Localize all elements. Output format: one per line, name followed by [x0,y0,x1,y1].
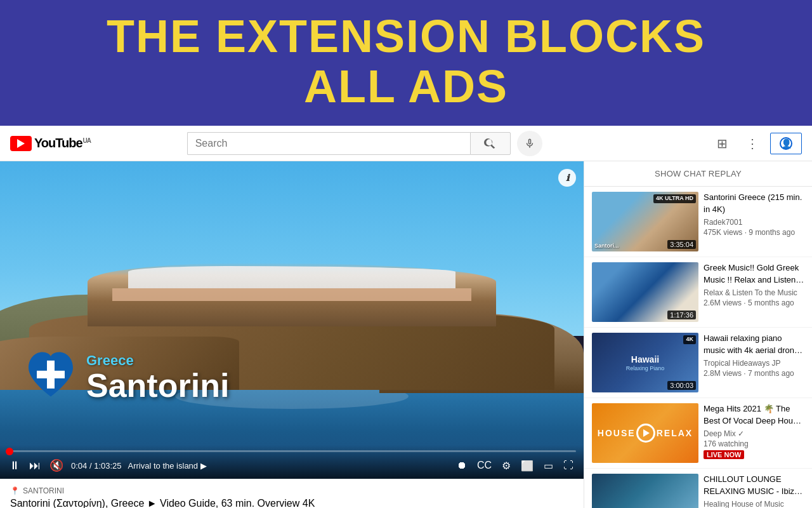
video-area: ℹ Greece Santorini [0,161,584,508]
rec-meta: 2.8M views · 7 months ago [704,369,804,378]
youtube-header: YouTubeUA ⊞ ⋮ 👤 [0,126,812,161]
next-button[interactable]: ⏭ [28,458,42,474]
rec-thumbnail: HawaiiRelaxing Piano 4K 3:00:03 [592,333,698,392]
header-right: ⊞ ⋮ 👤 [709,131,802,156]
video-info: 📍 SANTORINI Santorini (Σαντορίνη), Greec… [0,479,584,508]
quality-badge: 4K [683,335,696,344]
greek-flag-heart [25,352,76,403]
duration-badge: 1:17:36 [667,311,696,319]
settings-button[interactable]: ⚙ [499,458,513,473]
buildings-area [88,263,496,326]
mute-button[interactable]: 🔇 [48,457,65,474]
search-icon [484,137,497,150]
rec-video-deep-house[interactable]: HOUSERELAX Mega Hits 2021 🌴 The Best Of … [584,398,812,469]
video-player[interactable]: ℹ Greece Santorini [0,161,584,479]
fullscreen-button[interactable]: ⛶ [561,458,576,472]
rec-thumbnail: Santori... 4K ULTRA HD 3:35:04 [592,192,698,251]
rec-channel: Healing House of Music [704,500,804,508]
chapter-button[interactable]: Arrival to the island ▶ [128,461,207,471]
person-icon: 👤 [780,137,792,150]
rec-video-hawaii-piano[interactable]: HawaiiRelaxing Piano 4K 3:00:03 Hawaii r… [584,328,812,398]
video-background [0,161,584,479]
progress-dot [6,448,13,455]
microphone-icon [524,138,535,149]
subtitles-button[interactable]: CC [475,458,494,472]
youtube-logo[interactable]: YouTubeUA [10,136,91,151]
time-display: 0:04 / 1:03:25 [71,461,122,471]
sidebar: SHOW CHAT REPLAY Santori... 4K ULTRA HD … [584,161,812,508]
controls-row: ⏸ ⏭ 🔇 0:04 / 1:03:25 Arrival to the isla… [8,457,576,474]
heart-shape [25,352,76,399]
search-input[interactable] [187,132,470,155]
youtube-logo-text: YouTubeUA [34,136,91,150]
quality-badge: 4K ULTRA HD [653,194,696,203]
rec-title: Santorini Greece (215 min. in 4K) [704,192,804,215]
location-overlay: Greece Santorini [25,352,229,403]
video-location-tag: 📍 SANTORINI [10,486,573,495]
rec-info: CHILLOUT LOUNGE RELAXING MUSIC - Ibiza R… [704,474,804,508]
rec-meta: 475K views · 9 months ago [704,228,804,237]
video-title: Santorini (Σαντορίνη), Greece ► Video Gu… [10,498,573,508]
sign-in-button[interactable]: 👤 [770,133,802,154]
rec-info: Santorini Greece (215 min. in 4K) Radek7… [704,192,804,251]
rec-title: CHILLOUT LOUNGE RELAXING MUSIC - Ibiza R… [704,474,804,497]
duration-badge: 3:00:03 [667,381,696,390]
autoplay-toggle[interactable]: ⏺ [454,458,469,472]
rec-thumbnail: 1:00:15 [592,474,698,508]
youtube-logo-icon [10,136,32,151]
rec-video-ibiza[interactable]: 1:00:15 CHILLOUT LOUNGE RELAXING MUSIC -… [584,469,812,508]
controls-right: ⏺ CC ⚙ ⬜ ▭ ⛶ [454,458,576,473]
microphone-button[interactable] [517,131,542,156]
rec-channel: Tropical Hideaways JP [704,359,804,368]
rec-thumbnail: HOUSERELAX [592,403,698,463]
verified-icon: ✓ [738,429,744,438]
rec-video-greek-music[interactable]: 1:17:36 Greek Music!! Gold Greek Music !… [584,257,812,328]
rec-meta: 176 watching [704,439,804,448]
white-buildings [128,266,455,295]
rec-title: Hawaii relaxing piano music with 4k aeri… [704,333,804,356]
live-badge: LIVE NOW [704,450,744,459]
rec-channel: Relax & Listen To the Music [704,288,804,297]
rec-channel: Radek7001 [704,218,804,227]
rec-meta: 2.6M views · 5 months ago [704,298,804,307]
chat-replay-label[interactable]: SHOW CHAT REPLAY [584,161,812,187]
rec-title: Mega Hits 2021 🌴 The Best Of Vocal Deep … [704,403,804,426]
search-button[interactable] [470,132,511,155]
location-text: Greece Santorini [86,352,229,402]
rec-video-santorini-4k[interactable]: Santori... 4K ULTRA HD 3:35:04 Santorini… [584,187,812,257]
theater-button[interactable]: ▭ [541,458,556,473]
more-options-button[interactable]: ⋮ [740,131,765,156]
location-city: Santorini [86,369,229,402]
progress-bar[interactable] [8,450,576,452]
duration-badge: 3:35:04 [667,240,696,249]
rec-title: Greek Music!! Gold Greek Music !! Relax … [704,262,804,285]
video-controls: ⏸ ⏭ 🔇 0:04 / 1:03:25 Arrival to the isla… [0,445,584,479]
search-bar [187,131,542,156]
main-content: ℹ Greece Santorini [0,161,812,508]
rec-info: Hawaii relaxing piano music with 4k aeri… [704,333,804,392]
recommended-list: Santori... 4K ULTRA HD 3:35:04 Santorini… [584,187,812,508]
greek-cross [37,361,65,389]
ad-blocked-banner: THE EXTENSION BLOCKS ALL ADS [0,0,812,126]
banner-text: THE EXTENSION BLOCKS ALL ADS [13,11,799,112]
apps-button[interactable]: ⊞ [709,131,735,156]
play-button[interactable]: ⏸ [8,458,22,474]
miniplayer-button[interactable]: ⬜ [518,458,536,473]
rec-info: Mega Hits 2021 🌴 The Best Of Vocal Deep … [704,403,804,463]
rec-info: Greek Music!! Gold Greek Music !! Relax … [704,262,804,322]
rec-channel: Deep Mix✓ [704,429,804,438]
rec-thumbnail: 1:17:36 [592,262,698,322]
